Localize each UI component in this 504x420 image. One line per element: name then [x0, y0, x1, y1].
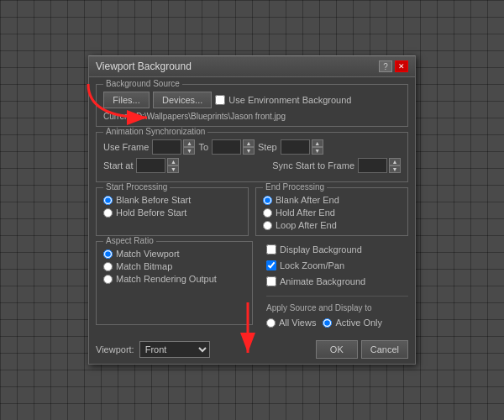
processing-section: Start Processing Blank Before Start Hold… — [96, 187, 408, 241]
to-down[interactable]: ▼ — [243, 147, 255, 155]
loop-after-label: Loop After End — [276, 220, 337, 230]
apply-source-radios: All Views Active Only — [266, 318, 408, 328]
match-viewport-radio[interactable] — [103, 249, 113, 259]
files-button[interactable]: Files... — [103, 92, 150, 108]
help-button[interactable]: ? — [379, 60, 392, 72]
hold-before-label: Hold Before Start — [116, 207, 186, 218]
viewport-background-dialog: Viewport Background ? ✕ Background Sourc… — [88, 55, 416, 365]
to-spinbox: 30 ▲ ▼ — [212, 139, 255, 155]
use-frame-down[interactable]: ▼ — [183, 147, 195, 155]
display-background-label: Display Background — [280, 244, 362, 255]
step-down[interactable]: ▼ — [312, 147, 323, 155]
all-views-label: All Views — [279, 318, 316, 328]
display-background-item: Display Background — [266, 244, 408, 255]
to-input[interactable]: 30 — [212, 139, 241, 155]
blank-after-radio[interactable] — [263, 196, 272, 205]
background-source-label: Background Source — [103, 79, 182, 88]
apply-source-label: Apply Source and Display to — [266, 303, 408, 312]
viewport-row: Viewport: Front Top Left Perspective — [96, 341, 210, 358]
match-viewport-label: Match Viewport — [116, 249, 180, 259]
viewport-label: Viewport: — [96, 344, 134, 354]
hold-before-radio[interactable] — [103, 208, 113, 218]
devices-button[interactable]: Devices... — [153, 92, 212, 108]
active-only-radio[interactable] — [323, 318, 332, 328]
start-at-down[interactable]: ▼ — [167, 165, 179, 173]
blank-before-radio[interactable] — [103, 196, 113, 205]
loop-after-radio[interactable] — [263, 221, 272, 230]
dialog-title: Viewport Background — [96, 60, 192, 72]
lock-zoom-label: Lock Zoom/Pan — [280, 260, 344, 270]
blank-before-label: Blank Before Start — [116, 195, 191, 205]
hold-after-radio[interactable] — [263, 208, 272, 218]
aspect-ratio-label: Aspect Ratio — [103, 236, 156, 245]
current-file-path: Current: D:\Wallpapers\Blueprints\Jason … — [103, 112, 401, 121]
cancel-button[interactable]: Cancel — [361, 340, 408, 359]
animate-background-checkbox[interactable] — [266, 276, 276, 286]
use-frame-spinbox: 0 ▲ ▼ — [152, 139, 195, 155]
close-button[interactable]: ✕ — [395, 60, 408, 72]
animation-sync-label: Animation Synchronization — [103, 127, 207, 136]
start-processing-group: Start Processing Blank Before Start Hold… — [96, 187, 249, 236]
sync-spinbox: 0 ▲ ▼ — [358, 158, 401, 173]
step-spinbox: 1 ▲ ▼ — [281, 139, 323, 155]
sync-down[interactable]: ▼ — [389, 165, 401, 173]
step-label: Step — [258, 142, 277, 152]
match-bitmap-radio[interactable] — [103, 262, 113, 271]
all-views-radio[interactable] — [266, 318, 276, 328]
active-only-label: Active Only — [335, 318, 382, 328]
use-frame-up[interactable]: ▲ — [183, 139, 195, 147]
viewport-select[interactable]: Front Top Left Perspective — [139, 341, 210, 358]
animation-sync-group: Animation Synchronization Use Frame 0 ▲ … — [96, 132, 408, 182]
lock-zoom-checkbox[interactable] — [266, 260, 276, 270]
start-at-label: Start at — [103, 160, 133, 171]
step-input[interactable]: 1 — [281, 139, 310, 155]
match-bitmap-label: Match Bitmap — [116, 261, 172, 271]
dialog-body: Background Source Files... Devices... Us… — [89, 77, 415, 337]
animate-background-item: Animate Background — [266, 276, 408, 286]
display-background-checkbox[interactable] — [266, 244, 276, 255]
step-up[interactable]: ▲ — [312, 139, 323, 147]
bottom-row: Viewport: Front Top Left Perspective OK … — [89, 337, 415, 364]
end-processing-group: End Processing Blank After End Hold Afte… — [255, 187, 408, 236]
aspect-ratio-group: Aspect Ratio Match Viewport Match Bitmap… — [96, 241, 253, 325]
start-processing-label: Start Processing — [103, 182, 170, 192]
title-buttons: ? ✕ — [379, 60, 408, 72]
background-source-group: Background Source Files... Devices... Us… — [96, 84, 408, 127]
ok-cancel-row: OK Cancel — [316, 340, 408, 359]
match-rendering-radio[interactable] — [103, 275, 113, 284]
blank-after-label: Blank After End — [276, 195, 339, 205]
animate-background-label: Animate Background — [280, 276, 365, 286]
start-at-up[interactable]: ▲ — [167, 158, 179, 165]
start-at-input[interactable]: 0 — [136, 158, 165, 173]
ok-button[interactable]: OK — [316, 340, 358, 359]
aspect-options-section: Aspect Ratio Match Viewport Match Bitmap… — [96, 241, 408, 330]
to-up[interactable]: ▲ — [243, 139, 255, 147]
sync-label: Sync Start to Frame — [272, 160, 354, 171]
sync-up[interactable]: ▲ — [389, 158, 401, 165]
end-processing-label: End Processing — [263, 182, 327, 192]
to-label: To — [198, 142, 208, 152]
match-rendering-label: Match Rendering Output — [116, 274, 217, 284]
hold-after-label: Hold After End — [276, 207, 335, 218]
lock-zoom-item: Lock Zoom/Pan — [266, 260, 408, 270]
start-at-spinbox: 0 ▲ ▼ — [136, 158, 179, 173]
use-frame-input[interactable]: 0 — [152, 139, 181, 155]
use-environment-label: Use Environment Background — [228, 95, 351, 105]
sync-input[interactable]: 0 — [358, 158, 387, 173]
options-column: Display Background Lock Zoom/Pan Animate… — [260, 241, 408, 330]
use-environment-checkbox[interactable] — [215, 95, 225, 105]
use-frame-label: Use Frame — [103, 142, 149, 152]
title-bar: Viewport Background ? ✕ — [89, 56, 415, 77]
